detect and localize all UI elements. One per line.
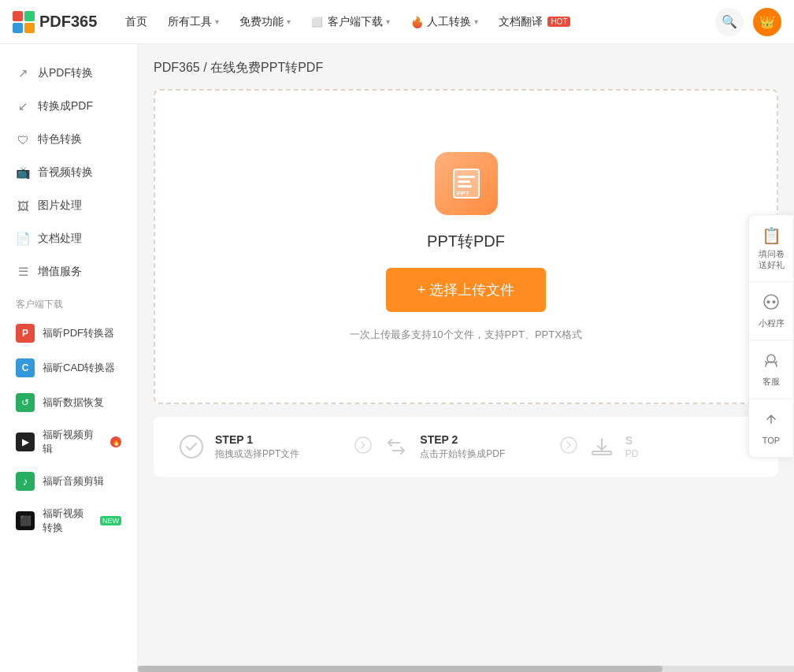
svg-text:PPT: PPT [457,190,469,197]
sidebar-item-value[interactable]: ☰ 增值服务 [0,255,137,288]
image-icon: 🖼 [16,199,30,213]
video-editor-icon: ▶ [16,433,35,451]
svg-point-11 [767,300,770,303]
step-3-text: S PD [625,434,639,459]
float-panel: 📋 填问卷送好礼 小程序 客服 TOP [748,214,794,458]
sidebar-item-special[interactable]: 🛡 特色转换 [0,123,137,156]
cad-icon: C [16,358,35,377]
hot-badge: HOT [547,17,570,27]
nav-home[interactable]: 首页 [116,10,157,34]
svg-point-7 [355,437,371,453]
float-miniprogram[interactable]: 小程序 [749,282,793,340]
float-survey[interactable]: 📋 填问卷送好礼 [749,215,793,283]
header-icons: 🔍 👑 [715,8,781,36]
sidebar-item-to-pdf[interactable]: ↙ 转换成PDF [0,90,137,123]
new-badge: NEW [100,516,121,525]
step-2-text: STEP 2 点击开始转换成PDF [420,433,505,461]
video-convert-icon: ⬛ [16,511,35,530]
step-3: S PD [588,433,755,461]
step-separator-2 [559,436,578,459]
sidebar-client-title: 客户端下载 [0,288,137,316]
sidebar-item-audio-editor[interactable]: ♪ 福昕音频剪辑 [0,464,137,499]
crown-button[interactable]: 👑 [753,8,781,36]
sidebar-item-cad-converter[interactable]: C 福昕CAD转换器 [0,351,137,385]
recovery-icon: ↺ [16,393,35,412]
chevron-down-icon: ▾ [386,17,390,26]
shield-icon: 🛡 [16,132,30,147]
pdf-converter-icon: P [16,324,35,343]
steps-bar: STEP 1 拖拽或选择PPT文件 STEP 2 点击开始转换成PDF [154,417,778,477]
step-1-text: STEP 1 拖拽或选择PPT文件 [215,433,299,461]
logo-text: PDF365 [39,13,97,31]
check-icon [177,433,206,461]
svg-point-10 [764,295,778,309]
float-top[interactable]: TOP [749,399,793,457]
fire-icon: 🔥 [410,16,424,28]
step-2: STEP 2 点击开始转换成PDF [382,433,549,461]
header: PDF365 首页 所有工具 ▾ 免费功能 ▾ ⬜ 客户端下载 ▾ 🔥 人工转换… [0,0,794,44]
audio-icon: ♪ [16,472,35,491]
miniprogram-icon [762,293,780,314]
arrows-icon [382,433,410,461]
sidebar: ↗ 从PDF转换 ↙ 转换成PDF 🛡 特色转换 📺 音视频转换 🖼 图片处理 … [0,44,138,672]
svg-point-6 [180,436,202,458]
sidebar-item-doc[interactable]: 📄 文档处理 [0,222,137,255]
doc-icon: 📄 [16,232,30,246]
chevron-down-icon: ▾ [215,17,219,26]
service-label: 客服 [762,377,780,388]
chevron-down-icon: ▾ [287,17,291,26]
chevron-down-icon: ▾ [474,17,478,26]
step-separator-1 [354,436,373,459]
service-icon [762,352,780,373]
nav-free[interactable]: 免费功能 ▾ [230,10,300,34]
sidebar-item-video-convert[interactable]: ⬛ 福昕视频转换 NEW [0,499,137,543]
logo-grid [13,11,35,33]
top-arrow-icon [762,410,780,432]
sidebar-item-from-pdf[interactable]: ↗ 从PDF转换 [0,57,137,90]
download-icon [588,433,616,461]
upload-button[interactable]: + 选择上传文件 [386,268,547,312]
scrollbar-thumb[interactable] [138,666,662,672]
from-pdf-icon: ↗ [16,66,30,80]
sidebar-item-data-recovery[interactable]: ↺ 福昕数据恢复 [0,385,137,420]
bottom-scrollbar[interactable] [138,666,794,672]
breadcrumb: PDF365 / 在线免费PPT转PDF [154,60,778,76]
nav-tools[interactable]: 所有工具 ▾ [158,10,228,34]
upload-hint: 一次上传最多支持10个文件，支持PPT、PPTX格式 [350,328,582,342]
svg-rect-3 [458,180,470,183]
miniprogram-label: 小程序 [759,317,785,329]
upload-title: PPT转PDF [427,231,505,252]
to-pdf-icon: ↙ [16,99,30,113]
sidebar-item-av[interactable]: 📺 音视频转换 [0,156,137,189]
svg-rect-4 [458,185,472,187]
sidebar-item-image[interactable]: 🖼 图片处理 [0,189,137,222]
main-nav: 首页 所有工具 ▾ 免费功能 ▾ ⬜ 客户端下载 ▾ 🔥 人工转换 ▾ 文档翻译… [116,10,709,34]
step-1: STEP 1 拖拽或选择PPT文件 [177,433,344,461]
survey-icon: 📋 [762,226,781,245]
sidebar-item-pdf-converter[interactable]: P 福昕PDF转换器 [0,316,137,351]
svg-point-12 [773,300,776,303]
logo[interactable]: PDF365 [13,11,97,33]
search-button[interactable]: 🔍 [715,8,744,36]
value-icon: ☰ [16,265,30,279]
layout: ↗ 从PDF转换 ↙ 转换成PDF 🛡 特色转换 📺 音视频转换 🖼 图片处理 … [0,44,794,672]
nav-human[interactable]: 🔥 人工转换 ▾ [401,10,488,34]
nav-translate[interactable]: 文档翻译 HOT [489,10,580,34]
sidebar-item-video-editor[interactable]: ▶ 福昕视频剪辑 🔥 [0,420,137,464]
svg-rect-9 [592,451,611,455]
upload-area[interactable]: PPT PPT转PDF + 选择上传文件 一次上传最多支持10个文件，支持PPT… [154,89,778,404]
float-service[interactable]: 客服 [749,341,793,399]
fire-badge: 🔥 [110,436,121,447]
main-content: PDF365 / 在线免费PPT转PDF PPT PPT转PDF + 选择上传文… [138,44,794,672]
ppt-icon: PPT [435,152,498,215]
svg-point-8 [561,437,577,453]
nav-download[interactable]: ⬜ 客户端下载 ▾ [302,10,399,34]
av-icon: 📺 [16,165,30,180]
download-icon: ⬜ [311,17,323,28]
svg-rect-2 [458,176,475,178]
top-label: TOP [762,435,780,446]
